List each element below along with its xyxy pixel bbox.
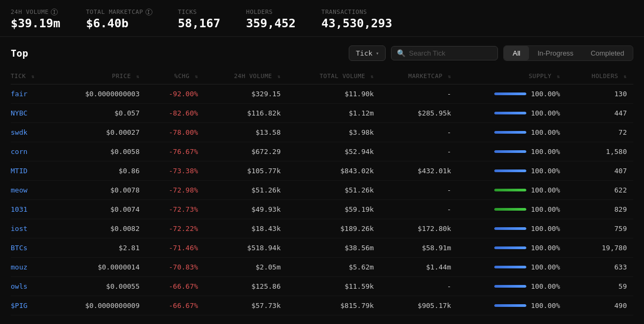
supply-pct-6: 100.00% xyxy=(531,205,560,213)
status-btn-completed[interactable]: Completed xyxy=(582,46,633,60)
cell-tick-2: swdk xyxy=(11,123,52,142)
cell-holders-3: 1,580 xyxy=(566,142,633,161)
col-total-vol[interactable]: TOTAL VOLUME ⇅ xyxy=(287,68,380,84)
cell-pct-chg-0: -92.00% xyxy=(146,84,204,104)
tick-link-4[interactable]: MTID xyxy=(11,167,27,175)
tick-link-2[interactable]: swdk xyxy=(11,128,27,136)
cell-vol-24h-8: $518.94k xyxy=(204,238,287,258)
tick-link-6[interactable]: 1031 xyxy=(11,205,27,213)
cell-vol-24h-0: $329.15 xyxy=(204,84,287,104)
cell-vol-24h-3: $672.29 xyxy=(204,142,287,161)
cell-price-11: $0.0000000009 xyxy=(52,296,146,315)
tick-link-7[interactable]: iost xyxy=(11,225,27,233)
tick-link-10[interactable]: owls xyxy=(11,282,27,290)
cell-tick-7: iost xyxy=(11,219,52,238)
cell-pct-chg-11: -66.67% xyxy=(146,296,204,315)
cell-price-5: $0.0078 xyxy=(52,181,146,200)
section-header: Top Tick 🔍 All In-Progress Completed xyxy=(11,45,633,61)
cell-holders-10: 59 xyxy=(566,277,633,296)
cell-price-4: $0.86 xyxy=(52,161,146,181)
supply-bar-fill-2 xyxy=(494,131,526,134)
cell-supply-11: 100.00% xyxy=(457,296,566,315)
cell-price-10: $0.00055 xyxy=(52,277,146,296)
cell-holders-5: 622 xyxy=(566,181,633,200)
cell-pct-chg-6: -72.73% xyxy=(146,200,204,219)
col-supply[interactable]: SUPPLY ⇅ xyxy=(457,68,566,84)
cell-supply-3: 100.00% xyxy=(457,142,566,161)
tick-selector[interactable]: Tick xyxy=(349,45,386,61)
cell-total-vol-7: $189.26k xyxy=(287,219,380,238)
table-row: owls $0.00055 -66.67% $125.86 $11.59k - … xyxy=(11,277,633,296)
col-vol-24h[interactable]: 24H VOLUME ⇅ xyxy=(204,68,287,84)
stat-item-transactions: TRANSACTIONS 43,530,293 xyxy=(321,9,392,30)
supply-bar-container-4 xyxy=(494,169,526,172)
cell-pct-chg-3: -76.67% xyxy=(146,142,204,161)
stats-bar: 24H VOLUME i $39.19m TOTAL MARKETCAP i $… xyxy=(0,0,644,37)
sort-icon-marketcap: ⇅ xyxy=(448,74,451,79)
cell-price-7: $0.0082 xyxy=(52,219,146,238)
search-input[interactable] xyxy=(409,49,494,57)
cell-total-vol-5: $51.26k xyxy=(287,181,380,200)
info-icon[interactable]: i xyxy=(145,9,152,16)
col-price[interactable]: PRICE ⇅ xyxy=(52,68,146,84)
supply-pct-2: 100.00% xyxy=(531,128,560,136)
stat-item-24h-volume: 24H VOLUME i $39.19m xyxy=(11,9,60,30)
cell-total-vol-3: $52.94k xyxy=(287,142,380,161)
tick-link-8[interactable]: BTCs xyxy=(11,244,27,252)
stat-label: 24H VOLUME i xyxy=(11,9,60,16)
cell-marketcap-8: $58.91m xyxy=(380,238,458,258)
tick-link-1[interactable]: NYBC xyxy=(11,109,27,117)
cell-holders-4: 407 xyxy=(566,161,633,181)
supply-bar-fill-4 xyxy=(494,169,526,172)
supply-bar-fill-3 xyxy=(494,150,526,153)
col-tick[interactable]: TICK ⇅ xyxy=(11,68,52,84)
cell-pct-chg-1: -82.60% xyxy=(146,104,204,123)
cell-holders-2: 72 xyxy=(566,123,633,142)
stat-label: TRANSACTIONS xyxy=(321,9,392,16)
col-marketcap[interactable]: MARKETCAP ⇅ xyxy=(380,68,458,84)
supply-bar-fill-1 xyxy=(494,112,526,114)
supply-bar-fill-9 xyxy=(494,266,526,268)
status-btn-all[interactable]: All xyxy=(504,46,528,60)
cell-holders-11: 490 xyxy=(566,296,633,315)
cell-marketcap-7: $172.80k xyxy=(380,219,458,238)
tick-selector-label: Tick xyxy=(356,49,372,57)
cell-price-2: $0.00027 xyxy=(52,123,146,142)
tick-link-5[interactable]: meow xyxy=(11,186,27,194)
status-buttons: All In-Progress Completed xyxy=(503,45,633,61)
supply-bar-container-8 xyxy=(494,246,526,249)
cell-holders-8: 19,780 xyxy=(566,238,633,258)
cell-vol-24h-10: $125.86 xyxy=(204,277,287,296)
tick-link-3[interactable]: corn xyxy=(11,148,27,156)
stat-label: HOLDERS xyxy=(246,9,296,16)
cell-vol-24h-2: $13.58 xyxy=(204,123,287,142)
table-container: TICK ⇅ PRICE ⇅ %CHG ⇅ 24H VOLUME ⇅ TOTAL… xyxy=(11,68,633,315)
tick-link-0[interactable]: fair xyxy=(11,90,27,98)
cell-marketcap-3: - xyxy=(380,142,458,161)
supply-bar-fill-5 xyxy=(494,189,526,191)
main-table: TICK ⇅ PRICE ⇅ %CHG ⇅ 24H VOLUME ⇅ TOTAL… xyxy=(11,68,633,315)
info-icon[interactable]: i xyxy=(51,9,58,16)
col-holders[interactable]: HOLDERS ⇅ xyxy=(566,68,633,84)
supply-bar-fill-0 xyxy=(494,92,526,95)
cell-total-vol-0: $11.90k xyxy=(287,84,380,104)
cell-supply-6: 100.00% xyxy=(457,200,566,219)
cell-pct-chg-7: -72.22% xyxy=(146,219,204,238)
tick-link-9[interactable]: mouz xyxy=(11,263,27,271)
supply-pct-10: 100.00% xyxy=(531,282,560,290)
supply-pct-5: 100.00% xyxy=(531,186,560,194)
main-section: Top Tick 🔍 All In-Progress Completed TIC… xyxy=(0,37,644,315)
tick-link-11[interactable]: $PIG xyxy=(11,302,27,310)
sort-icon-tick: ⇅ xyxy=(32,74,35,79)
col-pct-chg[interactable]: %CHG ⇅ xyxy=(146,68,204,84)
table-body: fair $0.0000000003 -92.00% $329.15 $11.9… xyxy=(11,84,633,315)
supply-pct-7: 100.00% xyxy=(531,225,560,233)
table-row: MTID $0.86 -73.38% $105.77k $843.02k $43… xyxy=(11,161,633,181)
cell-tick-6: 1031 xyxy=(11,200,52,219)
cell-marketcap-10: - xyxy=(380,277,458,296)
cell-price-1: $0.057 xyxy=(52,104,146,123)
cell-holders-6: 829 xyxy=(566,200,633,219)
cell-marketcap-2: - xyxy=(380,123,458,142)
cell-supply-7: 100.00% xyxy=(457,219,566,238)
status-btn-inprogress[interactable]: In-Progress xyxy=(529,46,582,60)
